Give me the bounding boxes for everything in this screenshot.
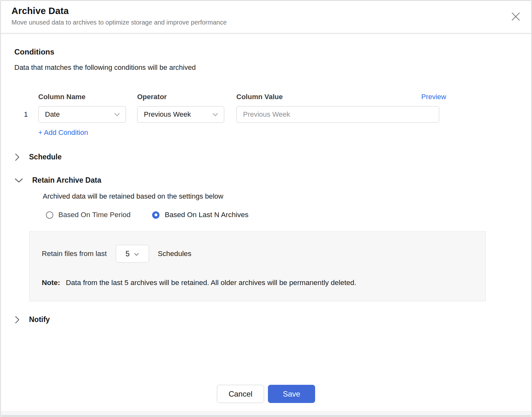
- close-icon: [510, 11, 521, 23]
- retain-prefix-label: Retain files from last: [42, 250, 107, 258]
- conditions-description: Data that matches the following conditio…: [14, 63, 518, 72]
- chevron-down-icon: [114, 110, 120, 119]
- notify-label: Notify: [29, 315, 50, 324]
- cancel-button[interactable]: Cancel: [217, 385, 264, 403]
- page-bottom-strip: [1, 411, 531, 416]
- retain-count-select[interactable]: 5: [116, 245, 149, 263]
- section-notify[interactable]: Notify: [14, 315, 518, 324]
- radio-checked-icon: [152, 211, 159, 219]
- save-button[interactable]: Save: [268, 385, 315, 403]
- operator-select[interactable]: Previous Week: [137, 106, 224, 123]
- condition-row-index: 1: [14, 110, 38, 119]
- chevron-right-icon: [14, 153, 20, 161]
- note-text: Data from the last 5 archives will be re…: [66, 279, 356, 287]
- column-name-select[interactable]: Date: [38, 106, 126, 123]
- chevron-down-icon: [14, 178, 23, 183]
- column-name-header: Column Name: [38, 93, 137, 101]
- retain-count-row: Retain files from last 5 Schedules: [42, 245, 473, 263]
- modal-header: Archive Data Move unused data to archive…: [1, 1, 531, 34]
- operator-value: Previous Week: [144, 110, 191, 119]
- retain-note: Note:Data from the last 5 archives will …: [42, 279, 473, 287]
- modal-body: Conditions Data that matches the followi…: [1, 34, 531, 411]
- preview-link[interactable]: Preview: [421, 93, 446, 101]
- retain-options: Based On Time Period Based On Last N Arc…: [46, 211, 518, 219]
- modal-subtitle: Move unused data to archives to optimize…: [11, 19, 531, 26]
- radio-unchecked-icon: [46, 211, 53, 219]
- section-retain-archive-data[interactable]: Retain Archive Data: [14, 176, 518, 185]
- condition-column-headers: Column Name Operator Column Value Previe…: [14, 93, 518, 101]
- chevron-down-icon: [134, 250, 139, 258]
- close-button[interactable]: [509, 11, 522, 23]
- archive-data-modal: Archive Data Move unused data to archive…: [0, 0, 532, 417]
- radio-label: Based On Time Period: [58, 211, 130, 219]
- retain-suffix-label: Schedules: [158, 250, 191, 258]
- note-label: Note:: [42, 279, 60, 287]
- conditions-heading: Conditions: [14, 48, 518, 56]
- radio-label: Based On Last N Archives: [165, 211, 248, 219]
- operator-header: Operator: [137, 93, 236, 101]
- schedule-label: Schedule: [29, 153, 62, 161]
- retain-archive-data-label: Retain Archive Data: [32, 176, 101, 185]
- chevron-down-icon: [212, 110, 218, 119]
- radio-based-on-time-period[interactable]: Based On Time Period: [46, 211, 130, 219]
- radio-based-on-last-n-archives[interactable]: Based On Last N Archives: [152, 211, 248, 219]
- retain-settings-panel: Retain files from last 5 Schedules Note:…: [29, 231, 486, 301]
- modal-footer: Cancel Save: [14, 385, 518, 411]
- add-condition-link[interactable]: + Add Condition: [38, 128, 88, 137]
- condition-row: 1 Date Previous Week: [14, 106, 518, 123]
- column-value-header: Column Value: [236, 93, 421, 101]
- chevron-right-icon: [14, 316, 20, 324]
- retain-description: Archived data will be retained based on …: [43, 192, 518, 201]
- column-name-value: Date: [45, 110, 60, 119]
- section-schedule[interactable]: Schedule: [14, 153, 518, 161]
- retain-count-value: 5: [125, 250, 129, 258]
- modal-title: Archive Data: [11, 6, 531, 16]
- column-value-input[interactable]: [236, 106, 439, 123]
